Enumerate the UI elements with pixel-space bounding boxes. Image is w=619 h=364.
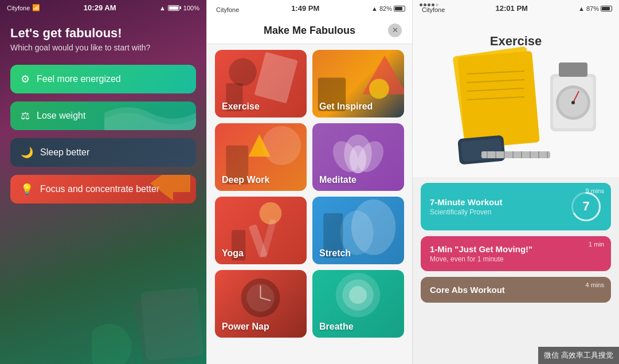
workout-list: 9 mins 7-Minute Workout Scientifically P…	[413, 177, 619, 308]
workout-7min-duration: 9 mins	[586, 187, 604, 194]
workout-core-title: Core Abs Workout	[430, 285, 602, 295]
svg-point-25	[246, 284, 274, 311]
panel1-headline: Let's get fabulous!	[10, 26, 196, 41]
close-button[interactable]: ✕	[388, 24, 402, 37]
panel1-content: Let's get fabulous! Which goal would you…	[0, 15, 206, 364]
svg-marker-0	[150, 175, 190, 201]
battery-3: ▲ 87%	[578, 5, 612, 12]
svg-text:7: 7	[582, 199, 589, 213]
card-meditate-label: Meditate	[312, 169, 363, 191]
svg-rect-39	[559, 62, 587, 77]
svg-point-30	[349, 286, 367, 304]
carrier-3: Cityfone	[420, 3, 445, 13]
goal-focus[interactable]: 💡 Focus and concentrate better	[10, 175, 196, 203]
arrow-icon-1: ▲	[159, 5, 166, 11]
goal-energized-icon: ⚙	[21, 73, 30, 85]
card-meditate[interactable]: Meditate	[312, 123, 404, 191]
workout-7min-title: 7-Minute Workout	[430, 197, 570, 207]
battery-1	[168, 5, 181, 11]
card-inspired[interactable]: Get Inspired	[312, 50, 404, 118]
battery-pct-1: 100%	[183, 5, 199, 11]
workout-1min[interactable]: 1 min 1-Min "Just Get Moving!" Move, eve…	[421, 236, 611, 271]
status-right-1: ▲ 100%	[159, 5, 199, 11]
goal-sleep-icon: 🌙	[21, 146, 33, 159]
card-exercise[interactable]: Exercise	[215, 50, 307, 118]
card-deepwork[interactable]: Deep Work	[215, 123, 307, 191]
workout-1min-subtitle: Move, even for 1 minute	[430, 255, 602, 263]
progress-circle-7min: 7	[570, 191, 602, 222]
svg-rect-18	[248, 224, 268, 259]
carrier-2: Cityfone	[214, 3, 239, 13]
panel-make-me-fabulous: Cityfone 1:49 PM ▲ 82% Make Me Fabulous …	[206, 0, 413, 364]
workout-1min-info: 1-Min "Just Get Moving!" Move, even for …	[430, 244, 602, 263]
exercise-section-title: Exercise	[413, 34, 619, 49]
goal-sleep-label: Sleep better	[40, 147, 89, 158]
svg-rect-19	[260, 218, 277, 258]
card-breathe[interactable]: Breathe	[312, 270, 404, 338]
time-2: 1:49 PM	[291, 4, 319, 13]
panel-goals: Cityfone 📶 10:29 AM ▲ 100% Let's get fab…	[0, 0, 206, 364]
goal-weight-icon: ⚖	[21, 109, 30, 122]
card-inspired-label: Get Inspired	[312, 96, 379, 118]
panel1-subtext: Which goal would you like to start with?	[10, 43, 196, 52]
svg-point-28	[336, 273, 381, 318]
status-left-1: Cityfone 📶	[7, 4, 40, 11]
workout-7min-subtitle: Scientifically Proven	[430, 208, 570, 216]
svg-point-5	[229, 58, 256, 86]
card-exercise-label: Exercise	[215, 96, 267, 118]
workout-1min-title: 1-Min "Just Get Moving!"	[430, 244, 602, 254]
goal-energized-label: Feel more energized	[37, 74, 121, 84]
status-bar-2: Cityfone 1:49 PM ▲ 82%	[207, 0, 412, 17]
time-1: 10:29 AM	[84, 3, 116, 12]
svg-point-24	[241, 279, 280, 318]
card-stretch-label: Stretch	[312, 242, 358, 264]
svg-point-17	[260, 202, 282, 225]
goal-sleep[interactable]: 🌙 Sleep better	[10, 138, 196, 167]
category-grid: Exercise Get Inspired Deep Work	[207, 44, 412, 343]
battery-2: ▲ 82%	[371, 5, 405, 12]
card-powernap-label: Power Nap	[215, 316, 276, 338]
goal-weight[interactable]: ⚖ Lose weight	[10, 101, 196, 130]
card-deepwork-label: Deep Work	[215, 169, 276, 191]
carrier-1: Cityfone	[7, 5, 30, 11]
svg-point-13	[344, 134, 371, 173]
card-breathe-label: Breathe	[312, 316, 361, 338]
workout-7min-info: 7-Minute Workout Scientifically Proven	[430, 197, 570, 216]
svg-point-10	[262, 126, 301, 165]
svg-line-27	[261, 298, 271, 300]
arrow-icon-2: ▲	[371, 5, 378, 12]
card-yoga-label: Yoga	[215, 242, 250, 264]
workout-core[interactable]: 4 mins Core Abs Workout	[421, 277, 611, 303]
svg-point-21	[351, 199, 396, 255]
watermark: 微信 高效率工具搜觉	[538, 347, 619, 364]
svg-point-43	[571, 101, 575, 104]
goal-focus-label: Focus and concentrate better	[40, 184, 159, 194]
workout-core-info: Core Abs Workout	[430, 285, 602, 295]
card-powernap[interactable]: Power Nap	[215, 270, 307, 338]
panel-exercise: Cityfone 12:01 PM ▲ 87% Exercise	[413, 0, 619, 364]
card-yoga[interactable]: Yoga	[215, 197, 307, 264]
status-bar-3: Cityfone 12:01 PM ▲ 87%	[413, 0, 619, 17]
workout-7min[interactable]: 9 mins 7-Minute Workout Scientifically P…	[421, 183, 611, 230]
time-3: 12:01 PM	[496, 4, 528, 13]
goal-focus-icon: 💡	[21, 183, 33, 195]
status-bar-1: Cityfone 📶 10:29 AM ▲ 100%	[0, 0, 206, 15]
svg-marker-11	[248, 134, 271, 156]
svg-point-29	[342, 279, 373, 310]
goal-weight-label: Lose weight	[37, 111, 85, 121]
exercise-hero: Exercise	[413, 17, 619, 177]
svg-rect-46	[481, 151, 550, 158]
panel2-header: Make Me Fabulous ✕	[207, 17, 412, 44]
panel2-title: Make Me Fabulous	[264, 25, 355, 37]
svg-marker-7	[362, 56, 404, 95]
card-stretch[interactable]: Stretch	[312, 197, 404, 264]
goal-energized[interactable]: ⚙ Feel more energized	[10, 65, 196, 93]
wifi-icon-1: 📶	[32, 4, 40, 11]
